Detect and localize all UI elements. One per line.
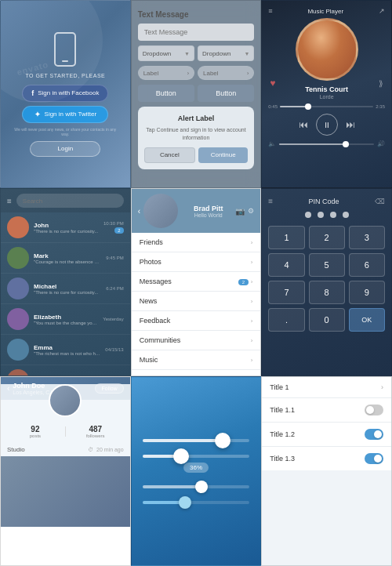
profile-photo-area bbox=[1, 456, 130, 527]
music-menu-icon[interactable]: ≡ bbox=[268, 7, 272, 15]
chat-list-item[interactable]: Mark "Courage is not the absence of fear… bbox=[1, 243, 130, 274]
chevron-right-icon: › bbox=[251, 298, 253, 305]
profile-follow-button[interactable]: Follow bbox=[95, 383, 123, 394]
music-heart-icon[interactable]: ♥ bbox=[270, 78, 275, 89]
contact-menu-item[interactable]: Music › bbox=[132, 350, 261, 370]
profile-posts-count: 92 bbox=[5, 425, 65, 434]
buttons-row: Button Button bbox=[138, 85, 255, 102]
alert-continue-button[interactable]: Continue bbox=[198, 147, 248, 163]
pin-key-4[interactable]: 4 bbox=[268, 253, 304, 277]
login-subtitle: TO GET STARTED, PLEASE bbox=[25, 73, 105, 78]
alert-cancel-button[interactable]: Cancel bbox=[144, 147, 195, 163]
dropdown-2[interactable]: Dropdown ▼ bbox=[198, 45, 254, 61]
music-skip-icon[interactable]: ⟫ bbox=[379, 79, 383, 88]
music-progress-fill bbox=[280, 106, 308, 107]
slider-3-thumb[interactable] bbox=[195, 481, 208, 493]
contact-back-button[interactable]: ‹ bbox=[138, 207, 140, 216]
pin-key-6[interactable]: 6 bbox=[349, 253, 385, 277]
pin-title: PIN Code bbox=[309, 198, 339, 205]
music-artist: Lorde bbox=[320, 94, 334, 100]
chat-list-item[interactable]: Elizabeth "You must be the change you wi… bbox=[1, 304, 130, 335]
pin-key-.[interactable]: . bbox=[268, 308, 304, 332]
chat-list-item[interactable]: John "There is no cure for curiosity... … bbox=[1, 212, 130, 243]
settings-toggle[interactable] bbox=[365, 405, 383, 415]
labels-row: Label › Label › bbox=[138, 66, 255, 80]
settings-list: Title 1 › Title 1.1 Title 1.2 Title 1.3 bbox=[262, 377, 391, 470]
login-button[interactable]: Login bbox=[30, 141, 100, 157]
pin-key-1[interactable]: 1 bbox=[268, 226, 304, 249]
contact-camera-icon[interactable]: 📷 bbox=[235, 207, 245, 216]
pin-backspace-icon[interactable]: ⌫ bbox=[375, 198, 385, 205]
chat-menu-icon[interactable]: ≡ bbox=[7, 197, 12, 205]
slider-3-row bbox=[143, 485, 250, 488]
pin-key-ok[interactable]: OK bbox=[349, 308, 385, 332]
chat-search-input[interactable] bbox=[16, 194, 124, 208]
slider-4-track[interactable] bbox=[143, 501, 250, 504]
music-title-bar: ≡ Music Player ↗ bbox=[268, 7, 385, 15]
slider-1-fill bbox=[143, 439, 223, 442]
slider-1-thumb[interactable] bbox=[215, 433, 230, 448]
alert-box: Alert Label Tap Continue and sign in to … bbox=[138, 107, 255, 169]
label-2[interactable]: Label › bbox=[198, 66, 254, 80]
settings-toggle-knob bbox=[374, 430, 382, 438]
profile-panel: ‹ John Doe Los Angeles, CA Follow 92 pos… bbox=[0, 376, 131, 566]
button-1[interactable]: Button bbox=[138, 85, 194, 102]
chevron-right-icon: › bbox=[251, 278, 253, 285]
button-2[interactable]: Button bbox=[198, 85, 254, 102]
slider-2-thumb[interactable] bbox=[173, 448, 189, 464]
pin-key-8[interactable]: 8 bbox=[309, 281, 345, 304]
dropdown-1[interactable]: Dropdown ▼ bbox=[138, 45, 194, 61]
contact-menu-item-label: Friends bbox=[140, 238, 163, 246]
music-progress-track[interactable] bbox=[280, 106, 373, 107]
profile-back-button[interactable]: ‹ bbox=[7, 384, 9, 393]
chat-list-item[interactable]: Monica "Advice is what we ask for when..… bbox=[1, 365, 130, 376]
pin-key-7[interactable]: 7 bbox=[268, 281, 304, 304]
facebook-signin-button[interactable]: f Sign in with Facebook bbox=[22, 85, 108, 102]
settings-item[interactable]: Title 1.2 bbox=[262, 423, 391, 447]
pin-dot-2 bbox=[318, 212, 324, 218]
facebook-icon: f bbox=[31, 89, 34, 97]
label-1[interactable]: Label › bbox=[138, 66, 194, 80]
chat-list-item[interactable]: Emma "The richest man is not who has the… bbox=[1, 335, 130, 365]
alert-body: Tap Continue and sign in to view account… bbox=[144, 126, 249, 142]
music-prev-button[interactable]: ⏮ bbox=[299, 119, 308, 130]
contact-menu-item[interactable]: News › bbox=[132, 292, 261, 311]
settings-item[interactable]: Title 1.1 bbox=[262, 398, 391, 423]
pin-menu-icon[interactable]: ≡ bbox=[268, 197, 273, 205]
twitter-signin-button[interactable]: ✦ Sign in with Twitter bbox=[22, 106, 108, 123]
music-volume-track[interactable] bbox=[279, 143, 374, 145]
contact-menu-item[interactable]: Friends › bbox=[132, 233, 261, 252]
music-photo-inner bbox=[298, 20, 356, 78]
slider-2-track[interactable] bbox=[143, 455, 250, 458]
contact-menu-item[interactable]: Messages 2 › bbox=[132, 272, 261, 292]
contact-menu-item[interactable]: Photos › bbox=[132, 252, 261, 272]
contact-menu-item[interactable]: Videos › bbox=[132, 370, 261, 376]
contact-gear-icon[interactable]: ⚙ bbox=[248, 207, 254, 215]
pin-key-0[interactable]: 0 bbox=[309, 308, 345, 332]
music-play-button[interactable]: ⏸ bbox=[316, 114, 338, 136]
slider-1-track[interactable] bbox=[143, 439, 250, 442]
profile-time-ago: ⏱ 20 min ago bbox=[88, 447, 124, 452]
music-album-art bbox=[296, 18, 358, 81]
settings-item[interactable]: Title 1.3 bbox=[262, 447, 391, 470]
contact-menu-item[interactable]: Communities › bbox=[132, 331, 261, 350]
settings-item[interactable]: Title 1 › bbox=[262, 377, 391, 398]
music-share-icon[interactable]: ↗ bbox=[379, 7, 385, 15]
contact-menu-item[interactable]: Feedback › bbox=[132, 311, 261, 331]
settings-toggle[interactable] bbox=[365, 429, 383, 440]
watermark-envato: envato bbox=[16, 60, 49, 77]
pin-key-3[interactable]: 3 bbox=[349, 226, 385, 249]
slider-4-thumb[interactable] bbox=[179, 496, 191, 509]
pin-key-2[interactable]: 2 bbox=[309, 226, 345, 249]
contact-header: ‹ Brad Pitt Hello World 📷 ⚙ bbox=[132, 189, 261, 233]
settings-toggle[interactable] bbox=[365, 453, 383, 464]
settings-toggle-knob bbox=[366, 406, 374, 414]
contact-menu-item-label: Communities bbox=[140, 336, 181, 344]
music-next-button[interactable]: ⏭ bbox=[346, 119, 355, 130]
pin-key-9[interactable]: 9 bbox=[349, 281, 385, 304]
chat-list-item[interactable]: Michael "There is no cure for curiosity.… bbox=[1, 274, 130, 304]
message-input[interactable] bbox=[138, 24, 255, 41]
pin-key-5[interactable]: 5 bbox=[309, 253, 345, 277]
slider-3-track[interactable] bbox=[143, 485, 250, 488]
label-1-text: Label bbox=[143, 70, 159, 77]
